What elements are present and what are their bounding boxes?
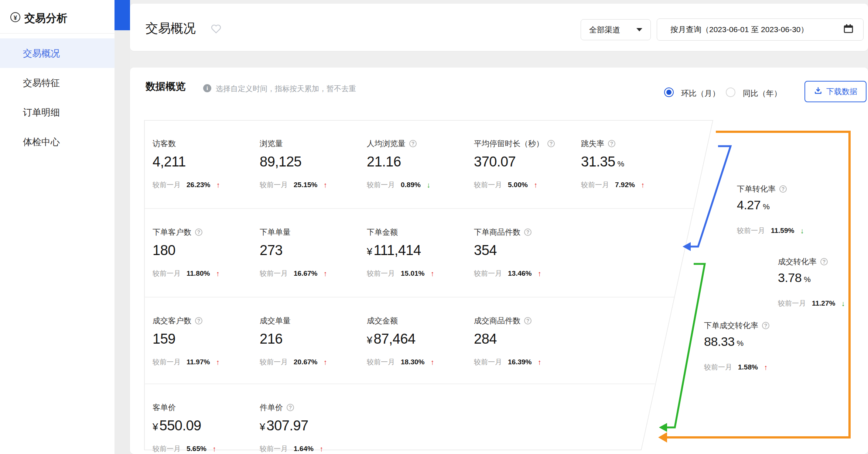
metric-compare: 较前一月 16.39% ↑ [474, 357, 541, 367]
trend-arrow-icon: ↓ [800, 227, 804, 235]
metric-label-text: 成交转化率 [778, 257, 817, 267]
metric-value: 88.33% [704, 334, 744, 349]
sidebar-item[interactable]: 交易特征 [0, 68, 115, 97]
metric-cell: 下单客户数 ? 180 较前一月 11.80% ↑ [153, 209, 260, 296]
metric-value: 159 [153, 331, 175, 347]
sidebar-item[interactable]: 订单明细 [0, 97, 115, 127]
metric-compare: 较前一月 16.67% ↑ [260, 269, 327, 278]
change-value: 20.67% [294, 358, 317, 366]
sidebar-menu: 交易概况交易特征订单明细体检中心 [0, 38, 115, 157]
metric-compare: 较前一月 25.15% ↑ [260, 180, 327, 190]
download-data-button[interactable]: 下载数据 [804, 81, 867, 102]
trend-arrow-icon: ↑ [764, 363, 768, 372]
metric-number: 111,414 [374, 243, 421, 258]
trend-arrow-icon: ↑ [216, 358, 219, 367]
info-icon[interactable]: i [203, 84, 211, 92]
help-icon[interactable]: ? [608, 140, 615, 147]
overview-title: 数据概览 [146, 80, 185, 93]
title-card: 交易概况 全部渠道 按月查询（2023-06-01 至 2023-06-30） [130, 4, 868, 51]
metric-compare: 较前一月 11.27% ↓ [778, 299, 845, 308]
help-icon[interactable]: ? [820, 258, 828, 265]
metric-number: 21.16 [367, 154, 401, 169]
date-range-picker[interactable]: 按月查询（2023-06-01 至 2023-06-30） [657, 18, 864, 41]
trend-arrow-icon: ↑ [216, 269, 219, 278]
metric-number: 284 [474, 331, 497, 347]
radio-yoy-label[interactable]: 同比（年） [743, 88, 782, 99]
channel-select[interactable]: 全部渠道 [581, 19, 651, 40]
metric-cell: 浏览量 89,125 较前一月 25.15% ↑ [260, 120, 367, 208]
trend-arrow-icon: ↓ [427, 181, 430, 189]
help-icon[interactable]: ? [524, 317, 532, 324]
metric-cell: 件单价 ? ¥307.97 较前一月 1.64% ↑ [260, 384, 367, 454]
help-icon[interactable]: ? [409, 140, 417, 147]
help-icon[interactable]: ? [195, 317, 202, 324]
sidebar-item[interactable]: 体检中心 [0, 127, 115, 157]
metric-compare: 较前一月 0.89% ↓ [367, 180, 430, 190]
metric-label: 下单客户数 ? [153, 227, 202, 237]
metric-compare: 较前一月 7.92% ↑ [581, 180, 645, 190]
metric-number: 4,211 [153, 154, 186, 169]
compare-label: 较前一月 [474, 357, 502, 367]
compare-label: 较前一月 [153, 269, 181, 278]
metric-label-text: 成交商品件数 [474, 316, 520, 326]
metric-cell: 成交客户数 ? 159 较前一月 11.97% ↑ [153, 297, 260, 385]
metric-cell: 成交金额 ¥87,464 较前一月 18.30% ↑ [367, 297, 474, 385]
radio-yoy[interactable] [726, 87, 735, 97]
metric-cell: 人均浏览量 ? 21.16 较前一月 0.89% ↓ [367, 120, 474, 208]
help-icon[interactable]: ? [762, 322, 769, 329]
compare-label: 较前一月 [153, 180, 181, 190]
metric-compare: 较前一月 5.65% ↑ [153, 444, 216, 454]
trend-arrow-icon: ↑ [323, 181, 327, 189]
trend-arrow-icon: ↓ [841, 299, 845, 308]
metric-label-text: 下单单量 [260, 227, 291, 237]
compare-label: 较前一月 [260, 180, 288, 190]
help-icon[interactable]: ? [287, 404, 294, 411]
sidebar-header: ¥ 交易分析 [0, 0, 115, 34]
metric-cell: 下单金额 ¥111,414 较前一月 15.01% ↑ [367, 209, 474, 296]
compare-label: 较前一月 [260, 444, 288, 454]
change-value: 7.92% [615, 181, 635, 189]
trend-arrow-icon: ↑ [641, 181, 645, 189]
compare-label: 较前一月 [367, 180, 395, 190]
help-icon[interactable]: ? [524, 228, 532, 236]
metric-label: 浏览量 [260, 138, 283, 149]
radio-mom[interactable] [664, 87, 674, 97]
metric-value: 31.35% [581, 154, 624, 170]
trend-arrow-icon: ↑ [537, 269, 541, 278]
change-value: 11.97% [187, 358, 210, 366]
favorite-heart-icon[interactable] [210, 23, 222, 36]
metric-number: 354 [474, 243, 497, 258]
change-value: 26.23% [187, 181, 210, 189]
metric-number: 89,125 [260, 154, 301, 169]
radio-mom-label[interactable]: 环比（月） [681, 88, 720, 99]
page-title: 交易概况 [146, 20, 196, 37]
metric-value: 284 [474, 331, 497, 347]
help-icon[interactable]: ? [779, 185, 787, 193]
change-value: 11.27% [812, 299, 835, 307]
metric-value: 4.27% [737, 198, 769, 212]
sidebar-item[interactable]: 交易概况 [0, 38, 115, 68]
metric-cell: 下单单量 273 较前一月 16.67% ↑ [260, 209, 367, 296]
compare-label: 较前一月 [260, 357, 288, 367]
metric-label: 下单单量 [260, 227, 291, 237]
percent-suffix: % [737, 339, 744, 347]
help-icon[interactable]: ? [195, 228, 202, 236]
compare-label: 较前一月 [260, 269, 288, 278]
change-value: 11.59% [771, 227, 794, 235]
trend-arrow-icon: ↑ [212, 445, 216, 453]
metric-compare: 较前一月 11.97% ↑ [153, 357, 219, 367]
metric-label: 成交单量 [260, 316, 291, 326]
metric-row: 访客数 4,211 较前一月 26.23% ↑ 浏览量 89,125 较前一月 … [153, 120, 688, 208]
help-icon[interactable]: ? [547, 140, 555, 147]
metric-compare: 较前一月 11.59% ↓ [737, 226, 804, 235]
compare-label: 较前一月 [474, 269, 502, 278]
change-value: 13.46% [508, 269, 532, 278]
trend-arrow-icon: ↑ [534, 181, 537, 189]
metric-value: 216 [260, 331, 283, 347]
metric-value: ¥550.09 [153, 418, 201, 434]
metric-value: 354 [474, 243, 497, 258]
metric-number: 216 [260, 331, 283, 347]
metric-label: 下单金额 [367, 227, 398, 237]
metrics-panel: 访客数 4,211 较前一月 26.23% ↑ 浏览量 89,125 较前一月 … [144, 120, 853, 450]
metric-value: 21.16 [367, 154, 401, 170]
